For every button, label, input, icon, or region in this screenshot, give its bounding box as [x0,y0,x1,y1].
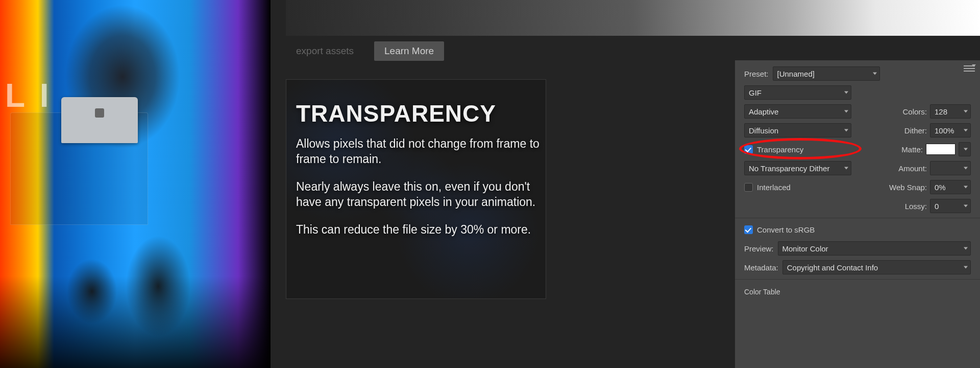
dither-select[interactable]: 100% [930,123,971,137]
slide-paragraph-2: Nearly always leave this on, even if you… [296,179,546,210]
palette-value: Adaptive [749,107,778,116]
preview-select[interactable]: Monitor Color [778,241,971,256]
transparency-checkbox[interactable] [744,145,753,154]
matte-label: Matte: [901,145,923,154]
dither-algo-select[interactable]: Diffusion [744,123,851,137]
divider [735,279,980,280]
websnap-value: 0% [935,183,946,192]
lossy-label: Lossy: [905,202,927,211]
transparency-dither-value: No Transparency Dither [749,164,829,173]
chevron-down-icon [844,129,848,132]
slide-paragraph-1: Allows pixels that did not change from f… [296,136,546,167]
dither-algo-value: Diffusion [749,126,778,135]
colors-select[interactable]: 128 [930,104,971,119]
laptop [61,97,138,143]
preset-label: Preset: [744,70,769,78]
presenter-photo: L I [0,0,271,368]
slide-paragraph-3: This can reduce the file size by 30% or … [296,222,546,238]
dither-label: Dither: [904,126,927,135]
slide-title: TRANSPARENCY [296,100,546,127]
convert-srgb-label: Convert to sRGB [757,225,815,234]
divider [735,218,980,218]
interlaced-checkbox[interactable] [744,183,753,192]
tab-export-assets[interactable]: export assets [286,41,364,61]
chevron-down-icon [964,266,968,269]
matte-select[interactable] [959,142,971,156]
preset-select[interactable]: [Unnamed] [773,66,880,81]
format-value: GIF [749,88,762,97]
metadata-value: Copyright and Contact Info [787,263,878,272]
transparency-dither-select[interactable]: No Transparency Dither [744,161,851,175]
export-settings-panel: Preset: [Unnamed] GIF Adaptive Colors: 1… [735,60,980,368]
colors-value: 128 [935,107,947,116]
chevron-down-icon [964,247,968,250]
chevron-down-icon [844,110,848,113]
chevron-down-icon [964,148,968,151]
chevron-down-icon [844,91,848,94]
interlaced-label: Interlaced [757,183,791,192]
color-table-label: Color Table [744,284,971,297]
palette-select[interactable]: Adaptive [744,104,851,119]
transparency-label: Transparency [757,145,803,154]
matte-swatch[interactable] [926,144,955,155]
convert-srgb-checkbox[interactable] [744,225,753,234]
chevron-down-icon [964,167,968,170]
websnap-select[interactable]: 0% [930,180,971,194]
chevron-down-icon [844,167,848,170]
amount-select [930,161,971,175]
slide-text-overlay: TRANSPARENCY Allows pixels that did not … [296,100,546,249]
dither-value: 100% [935,126,954,135]
chevron-down-icon [964,205,968,208]
preset-value: [Unnamed] [777,70,815,78]
metadata-label: Metadata: [744,263,778,272]
chevron-down-icon [964,110,968,113]
metadata-select[interactable]: Copyright and Contact Info [782,260,971,274]
lossy-select[interactable]: 0 [930,199,971,213]
format-select[interactable]: GIF [744,85,851,100]
chevron-down-icon [964,129,968,132]
websnap-label: Web Snap: [889,183,927,192]
preview-value: Monitor Color [782,244,828,253]
tab-learn-more[interactable]: Learn More [374,41,444,61]
preview-label: Preview: [744,244,774,253]
panel-menu-icon[interactable] [964,65,975,73]
colors-label: Colors: [902,107,927,116]
dialog-titlebar-gradient [286,0,980,36]
stage-backdrop-text: L I [5,77,52,114]
chevron-down-icon [964,186,968,189]
dialog-tabs: export assets Learn More [286,40,444,62]
lossy-value: 0 [935,202,939,211]
amount-label: Amount: [898,164,927,173]
slide-area: export assets Learn More TRANSPARENCY Al… [271,0,980,368]
chevron-down-icon [873,73,877,75]
